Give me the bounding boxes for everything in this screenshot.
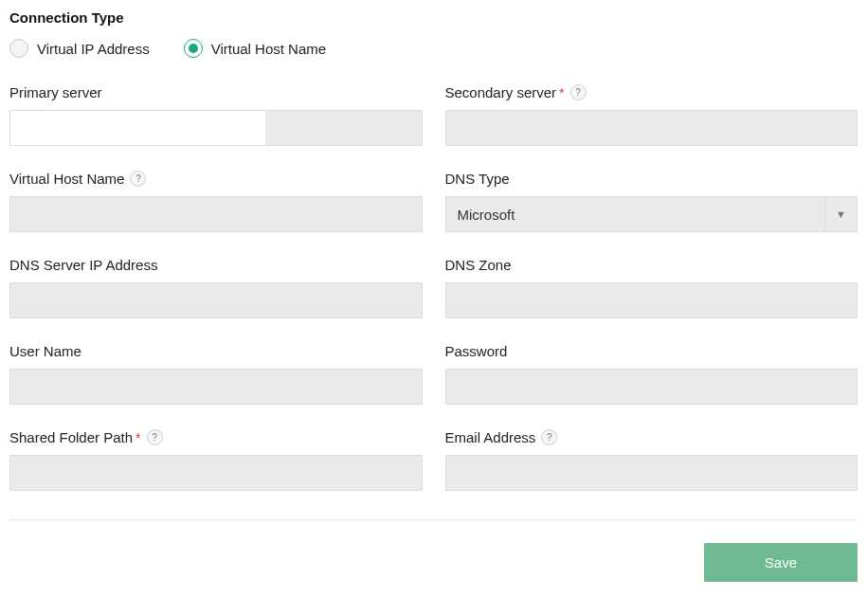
shared-folder-path-field: Shared Folder Path* ? bbox=[9, 429, 423, 491]
email-address-field: Email Address ? bbox=[445, 429, 858, 491]
button-row: Save bbox=[9, 543, 858, 582]
dns-type-value: Microsoft bbox=[446, 207, 825, 223]
radio-virtual-ip-label: Virtual IP Address bbox=[37, 41, 150, 57]
dns-type-select[interactable]: Microsoft ▼ bbox=[445, 196, 858, 232]
radio-virtual-host[interactable]: Virtual Host Name bbox=[184, 39, 326, 58]
dns-server-ip-label: DNS Server IP Address bbox=[9, 257, 157, 273]
required-mark: * bbox=[135, 430, 140, 445]
radio-icon bbox=[184, 39, 203, 58]
help-icon[interactable]: ? bbox=[130, 171, 146, 187]
radio-virtual-host-label: Virtual Host Name bbox=[211, 41, 326, 57]
primary-server-field: Primary server bbox=[9, 84, 423, 146]
dns-type-label: DNS Type bbox=[445, 171, 510, 187]
radio-dot-icon bbox=[189, 44, 198, 53]
password-field: Password bbox=[445, 343, 858, 405]
email-address-label: Email Address bbox=[445, 429, 536, 445]
virtual-host-name-field: Virtual Host Name ? bbox=[9, 171, 423, 232]
dns-server-ip-input[interactable] bbox=[9, 282, 423, 318]
virtual-host-name-label: Virtual Host Name bbox=[9, 171, 124, 187]
help-icon[interactable]: ? bbox=[147, 429, 163, 445]
radio-icon bbox=[9, 39, 28, 58]
primary-server-label: Primary server bbox=[9, 84, 102, 100]
divider bbox=[9, 519, 858, 520]
user-name-field: User Name bbox=[9, 343, 423, 405]
connection-type-radio-group: Virtual IP Address Virtual Host Name bbox=[9, 39, 858, 58]
primary-server-input-wrap bbox=[9, 110, 423, 146]
password-label: Password bbox=[445, 343, 508, 359]
virtual-host-name-input[interactable] bbox=[9, 196, 423, 232]
secondary-server-label: Secondary server bbox=[445, 84, 557, 100]
dns-zone-field: DNS Zone bbox=[445, 257, 858, 318]
shared-folder-path-input[interactable] bbox=[9, 455, 423, 491]
dns-type-field: DNS Type Microsoft ▼ bbox=[445, 171, 858, 232]
primary-server-input[interactable] bbox=[10, 111, 265, 145]
email-address-input[interactable] bbox=[445, 455, 858, 491]
save-button[interactable]: Save bbox=[704, 543, 858, 582]
dns-zone-label: DNS Zone bbox=[445, 257, 512, 273]
radio-virtual-ip[interactable]: Virtual IP Address bbox=[9, 39, 150, 58]
chevron-down-icon: ▼ bbox=[824, 197, 857, 231]
section-title: Connection Type bbox=[9, 9, 858, 26]
dns-zone-input[interactable] bbox=[445, 282, 858, 318]
dns-server-ip-field: DNS Server IP Address bbox=[9, 257, 423, 318]
help-icon[interactable]: ? bbox=[541, 429, 557, 445]
required-mark: * bbox=[559, 85, 564, 100]
help-icon[interactable]: ? bbox=[570, 84, 587, 100]
secondary-server-field: Secondary server* ? bbox=[445, 84, 858, 146]
password-input[interactable] bbox=[445, 369, 858, 405]
form-grid: Primary server Secondary server* ? Virtu… bbox=[9, 84, 858, 491]
user-name-input[interactable] bbox=[9, 369, 423, 405]
shared-folder-path-label: Shared Folder Path bbox=[9, 429, 133, 445]
user-name-label: User Name bbox=[9, 343, 81, 359]
secondary-server-input[interactable] bbox=[445, 110, 858, 146]
